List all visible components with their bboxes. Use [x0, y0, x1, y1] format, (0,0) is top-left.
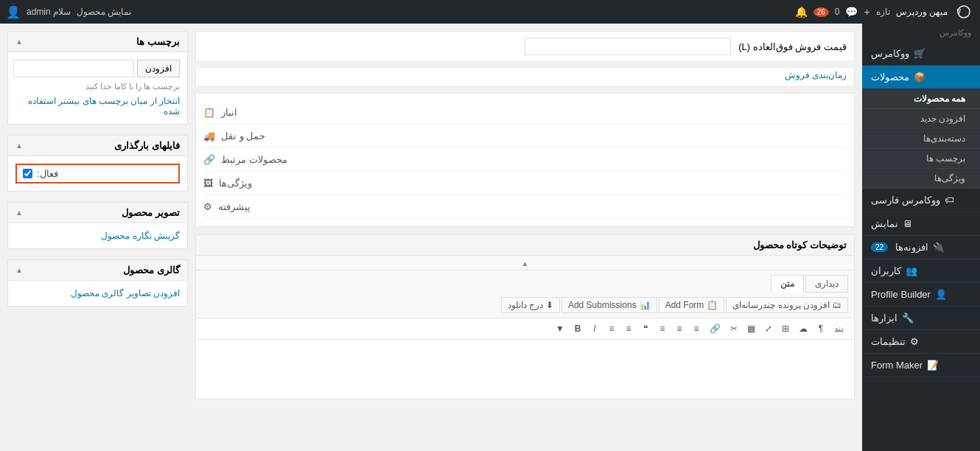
- submenu-tags[interactable]: برچسب ها: [862, 149, 980, 169]
- sidebar-item-woo-farsi[interactable]: 🏷 ووکامرس فارسی: [862, 189, 980, 212]
- gallery-body: افزودن تصاویر گالری محصول: [8, 281, 187, 306]
- new-label[interactable]: تازه: [876, 7, 890, 17]
- align-center-btn[interactable]: ≡: [671, 321, 687, 336]
- editor-tabs: دیداری متن: [196, 270, 854, 293]
- admin-bar-left: نمایش محصول سلام admin 👤: [6, 5, 131, 19]
- woo-farsi-label: ووکامرس فارسی: [871, 195, 940, 206]
- sidebar-item-profile-builder[interactable]: 👤 Profile Builder: [862, 283, 980, 307]
- add-submissions-btn[interactable]: 📊 Add Submissions: [561, 297, 657, 313]
- add-submissions-icon: 📊: [640, 300, 651, 310]
- tags-title: برچسب ها: [136, 36, 180, 47]
- paragraph-btn[interactable]: ¶: [813, 321, 829, 336]
- users-label: کاربران: [871, 265, 901, 276]
- add-form-btn[interactable]: 📋 Add Form: [659, 297, 725, 313]
- submenu-all-products[interactable]: همه محصولات: [862, 89, 980, 109]
- woocommerce-section-label: ووکامرس: [862, 24, 980, 42]
- editor-body[interactable]: [196, 340, 854, 399]
- align-right-btn[interactable]: ≡: [688, 321, 704, 336]
- extensions-label: افزونه‌ها: [895, 242, 928, 253]
- blockquote-btn[interactable]: ❝: [637, 321, 654, 336]
- tab-advanced[interactable]: پیشرفته ⚙: [203, 195, 847, 219]
- products-submenu: همه محصولات افزودن جدید دسته‌بندی‌ها برچ…: [862, 89, 980, 189]
- checkbox-label: فعال:: [37, 168, 58, 179]
- add-multifile-btn[interactable]: 🗂 افزودن پرونده چندرسانه‌ای: [726, 297, 848, 313]
- content-cols: قیمت فروش فوق‌العاده (L) زمان‌بندی فروش …: [7, 31, 855, 407]
- table-btn[interactable]: ⊞: [777, 321, 794, 336]
- add-tag-btn[interactable]: افزودن: [137, 60, 180, 77]
- tab-shipping[interactable]: حمل و نقل 🚚: [203, 125, 847, 148]
- woocommerce-label: ووکامرس: [871, 48, 909, 59]
- italic-btn[interactable]: I: [587, 321, 603, 336]
- products-icon: 📦: [914, 71, 925, 83]
- format-toolbar: بند ¶ ☁ ⊞ ⤢ ▦ ✂ 🔗 ≡ ≡ ≡ ❝ ≡ ≡ I: [196, 318, 854, 340]
- price-input[interactable]: [525, 38, 731, 55]
- sidebar-item-woocommerce[interactable]: 🛒 ووکامرس: [862, 42, 980, 66]
- sale-schedule-link[interactable]: زمان‌بندی فروش: [785, 70, 847, 80]
- sidebar-item-display[interactable]: 🖥 نمایش: [862, 212, 980, 236]
- product-image-title: تصویر محصول: [122, 207, 180, 218]
- settings-label: تنظیمات: [871, 336, 906, 347]
- display-icon: 🖥: [903, 218, 912, 229]
- avatar-icon: 👤: [6, 5, 21, 19]
- gallery-title: گالری محصول: [123, 265, 180, 276]
- users-icon: 👥: [906, 265, 917, 276]
- more-btn[interactable]: ▼: [551, 321, 569, 336]
- content-right-panel: برچسب ها ▲ افزودن برچسب ها را با کاما جد…: [7, 31, 188, 407]
- cut-btn[interactable]: ✂: [726, 321, 742, 336]
- sidebar-item-products[interactable]: 📦 محصولات: [862, 66, 980, 89]
- unordered-list-btn[interactable]: ≡: [603, 321, 620, 336]
- settings-icon: ⚙: [910, 336, 919, 347]
- ordered-list-btn[interactable]: ≡: [620, 321, 637, 336]
- fullscreen-btn[interactable]: ⤢: [760, 321, 777, 336]
- tag-text-input[interactable]: [13, 60, 134, 77]
- profile-builder-icon: 👤: [935, 289, 947, 300]
- notifications-count[interactable]: 26: [813, 7, 829, 17]
- tab-text[interactable]: متن: [771, 275, 804, 293]
- attributes-label: ویژگی‌ها: [219, 178, 252, 189]
- attributes-icon: 🖼: [203, 178, 213, 189]
- align-left-btn[interactable]: ≡: [654, 321, 671, 336]
- desc-title: توضیحات کوتاه محصول: [196, 235, 854, 256]
- bold-btn[interactable]: B: [570, 321, 586, 336]
- advanced-label: پیشرفته: [218, 201, 251, 212]
- tab-attributes[interactable]: ویژگی‌ها 🖼: [203, 172, 847, 195]
- submenu-attributes[interactable]: ویژگی‌ها: [862, 169, 980, 189]
- sidebar-item-form-maker[interactable]: 📝 Form Maker: [862, 354, 980, 377]
- submenu-add-new[interactable]: افزودن جدید: [862, 109, 980, 129]
- insert-download-btn[interactable]: ⬇ درج دانلود: [501, 297, 560, 313]
- gallery-collapse-btn[interactable]: ▲: [15, 266, 23, 274]
- active-checkbox-row: فعال:: [15, 164, 180, 183]
- site-name[interactable]: میهن وردپرس: [896, 7, 948, 17]
- woo-farsi-icon: 🏷: [945, 195, 954, 206]
- submenu-categories[interactable]: دسته‌بندی‌ها: [862, 129, 980, 149]
- scroll-up-btn[interactable]: ▲: [522, 259, 529, 268]
- close-toolbar-btn[interactable]: بند: [830, 321, 848, 336]
- form-maker-icon: 📝: [927, 360, 939, 371]
- wp-logo-icon[interactable]: W: [953, 1, 974, 22]
- sidebar-item-extensions[interactable]: 🔌 افزونه‌ها 22: [862, 236, 980, 259]
- shipping-label: حمل و نقل: [221, 130, 265, 141]
- cloud-btn[interactable]: ☁: [794, 321, 812, 336]
- updates-icon[interactable]: 🔔: [795, 6, 808, 18]
- sidebar-item-settings[interactable]: ⚙ تنظیمات: [862, 330, 980, 354]
- set-product-image-link[interactable]: گزینش نگاره محصول: [15, 231, 180, 241]
- sidebar-item-tools[interactable]: 🔧 ابزارها: [862, 307, 980, 330]
- tab-inventory[interactable]: انبار 📋: [203, 101, 847, 125]
- product-image-collapse-btn[interactable]: ▲: [15, 209, 23, 217]
- active-checkbox[interactable]: [23, 169, 32, 178]
- upload-collapse-btn[interactable]: ▲: [15, 141, 23, 150]
- sidebar-item-users[interactable]: 👥 کاربران: [862, 259, 980, 283]
- woocommerce-icon: 🛒: [914, 48, 925, 59]
- tab-related[interactable]: محصولات مرتبط 🔗: [203, 148, 847, 172]
- tab-visual[interactable]: دیداری: [805, 275, 848, 293]
- grid-btn[interactable]: ▦: [743, 321, 760, 336]
- choose-tags-link[interactable]: انتخاز از میان برچسب های بیشتر استفاده ش…: [15, 96, 180, 116]
- comments-icon[interactable]: 💬: [845, 6, 858, 18]
- comments-count: 0: [835, 7, 840, 17]
- tags-collapse-btn[interactable]: ▲: [15, 38, 23, 46]
- extensions-badge: 22: [871, 242, 888, 252]
- view-product-label[interactable]: نمایش محصول: [77, 7, 131, 17]
- form-maker-label: Form Maker: [871, 360, 923, 371]
- link-btn[interactable]: 🔗: [705, 321, 725, 336]
- add-gallery-link[interactable]: افزودن تصاویر گالری محصول: [15, 288, 180, 298]
